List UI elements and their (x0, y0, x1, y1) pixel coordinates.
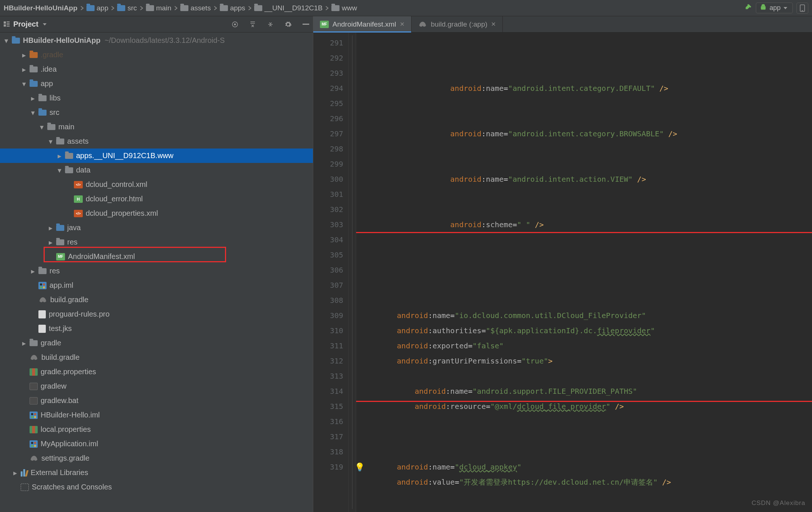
code-line[interactable] (361, 187, 812, 202)
code-line[interactable] (361, 505, 812, 512)
breadcrumb-item[interactable]: src (117, 4, 137, 12)
tree-arrow-icon[interactable]: ▸ (13, 468, 18, 477)
tree-arrow-icon[interactable]: ▾ (30, 108, 35, 117)
code-line[interactable]: android:exported="false" (361, 338, 812, 354)
code-line[interactable] (361, 141, 812, 157)
code-line[interactable] (361, 414, 812, 429)
editor-tab[interactable]: build.gradle (:app)✕ (412, 16, 503, 32)
code-line[interactable] (361, 232, 812, 248)
tree-arrow-icon[interactable]: ▸ (21, 51, 27, 59)
chevron-down-icon[interactable]: ▾ (4, 36, 9, 45)
tree-node[interactable]: dcloud_error.html (0, 192, 313, 206)
tree-arrow-icon[interactable]: ▸ (21, 65, 27, 74)
tree-node[interactable]: ▸External Libraries (0, 465, 313, 480)
tree-node[interactable]: ▾main (0, 120, 313, 134)
tree-arrow-icon[interactable]: ▾ (21, 79, 27, 88)
close-tab-icon[interactable]: ✕ (491, 21, 496, 28)
breadcrumb-item[interactable]: HBuilder-HelloUniApp (4, 4, 78, 12)
close-tab-icon[interactable]: ✕ (400, 21, 405, 28)
tree-node[interactable]: test.jks (0, 321, 313, 336)
editor-tab[interactable]: AndroidManifest.xml✕ (313, 16, 412, 32)
project-title[interactable]: Project (13, 20, 38, 28)
run-config-selector[interactable]: app (756, 3, 793, 13)
tree-node[interactable]: gradlew (0, 379, 313, 393)
tree-arrow-icon[interactable]: ▸ (21, 339, 27, 348)
tree-arrow-icon[interactable]: ▸ (48, 223, 53, 232)
tree-node[interactable]: ▸res (0, 235, 313, 249)
tree-arrow-icon[interactable]: ▸ (30, 94, 35, 103)
code-line[interactable] (361, 369, 812, 384)
breadcrumb-item[interactable]: apps (220, 4, 245, 12)
tree-node[interactable]: ▸res (0, 264, 313, 278)
tree-node[interactable]: ▸java (0, 221, 313, 235)
code-line[interactable]: 💡 android:name="dcloud_appkey" (361, 460, 812, 475)
code-line[interactable] (361, 490, 812, 505)
tree-node[interactable]: ▾assets (0, 134, 313, 149)
code-editor[interactable]: 2912922932942952962972982993003013023033… (313, 33, 812, 512)
code-line[interactable]: android:name="android.intent.action.VIEW… (361, 172, 812, 187)
collapse-all-icon[interactable] (266, 20, 274, 28)
code-line[interactable]: android:name="io.dcloud.common.util.DClo… (361, 308, 812, 323)
code-line[interactable]: android:resource="@xml/dcloud_file_provi… (361, 399, 812, 414)
tree-node[interactable]: MyApplication.iml (0, 437, 313, 451)
tree-node[interactable]: ▸.idea (0, 62, 313, 76)
project-tree[interactable]: ▾ HBuilder-HelloUniApp ~/Downloads/lates… (0, 33, 313, 512)
fold-column[interactable] (349, 33, 356, 512)
build-icon[interactable] (745, 3, 752, 13)
tree-node[interactable]: ▾app (0, 76, 313, 91)
tree-node[interactable]: ▸gradle (0, 336, 313, 350)
hide-icon[interactable] (302, 20, 310, 28)
tree-arrow-icon[interactable]: ▾ (48, 137, 53, 146)
code-line[interactable] (361, 202, 812, 217)
tree-node[interactable]: dcloud_control.xml (0, 177, 313, 192)
device-selector-icon[interactable] (796, 3, 808, 14)
code-line[interactable] (361, 263, 812, 278)
tree-root[interactable]: ▾ HBuilder-HelloUniApp ~/Downloads/lates… (0, 33, 313, 48)
tree-node[interactable]: gradlew.bat (0, 393, 313, 408)
tree-node[interactable]: ▸apps.__UNI__D912C1B.www (0, 149, 313, 163)
tree-node[interactable]: ▾data (0, 163, 313, 177)
breadcrumb-item[interactable]: __UNI__D912C1B (254, 4, 323, 12)
code-line[interactable] (361, 278, 812, 293)
code-line[interactable] (361, 96, 812, 111)
tree-arrow-icon[interactable]: ▾ (39, 123, 44, 132)
code-line[interactable] (361, 293, 812, 308)
code-line[interactable] (361, 248, 812, 263)
intention-bulb-icon[interactable]: 💡 (356, 460, 365, 475)
tree-node[interactable]: AndroidManifest.xml (0, 249, 313, 264)
code-line[interactable]: android:scheme=" " /> (361, 217, 812, 232)
breadcrumb-item[interactable]: assets (180, 4, 211, 12)
tree-arrow-icon[interactable]: ▸ (57, 151, 62, 160)
tree-arrow-icon[interactable]: ▾ (57, 166, 62, 175)
tree-node[interactable]: Scratches and Consoles (0, 480, 313, 494)
code-line[interactable] (361, 444, 812, 460)
code-content[interactable]: android:name="android.intent.category.DE… (356, 33, 812, 512)
tree-node[interactable]: gradle.properties (0, 365, 313, 379)
breadcrumb-item[interactable]: main (146, 4, 171, 12)
chevron-down-icon[interactable] (43, 23, 47, 25)
settings-icon[interactable] (284, 20, 292, 28)
tree-arrow-icon[interactable]: ▸ (30, 267, 35, 276)
tree-node[interactable]: app.iml (0, 278, 313, 293)
code-line[interactable]: android:value="开发者需登录https://dev.dcloud.… (361, 475, 812, 490)
tree-node[interactable]: local.properties (0, 422, 313, 437)
select-opened-file-icon[interactable] (231, 20, 239, 28)
breadcrumb-item[interactable]: app (86, 4, 109, 12)
tree-node[interactable]: build.gradle (0, 293, 313, 307)
tree-node[interactable]: dcloud_properties.xml (0, 206, 313, 221)
tree-node[interactable]: ▸libs (0, 91, 313, 105)
tree-node[interactable]: proguard-rules.pro (0, 307, 313, 321)
code-line[interactable] (361, 157, 812, 172)
code-line[interactable]: android:name="android.intent.category.BR… (361, 126, 812, 141)
code-line[interactable]: android:authorities="${apk.applicationId… (361, 323, 812, 338)
code-line[interactable] (361, 111, 812, 126)
tree-node[interactable]: settings.gradle (0, 451, 313, 465)
code-line[interactable]: android:name="android.intent.category.DE… (361, 81, 812, 96)
tree-node[interactable]: ▾src (0, 105, 313, 120)
expand-all-icon[interactable] (249, 20, 257, 28)
code-line[interactable]: android:name="android.support.FILE_PROVI… (361, 384, 812, 399)
code-line[interactable]: android:grantUriPermissions="true"> (361, 354, 812, 369)
code-line[interactable] (361, 429, 812, 444)
breadcrumb-item[interactable]: www (331, 4, 357, 12)
tree-node[interactable]: build.gradle (0, 350, 313, 365)
